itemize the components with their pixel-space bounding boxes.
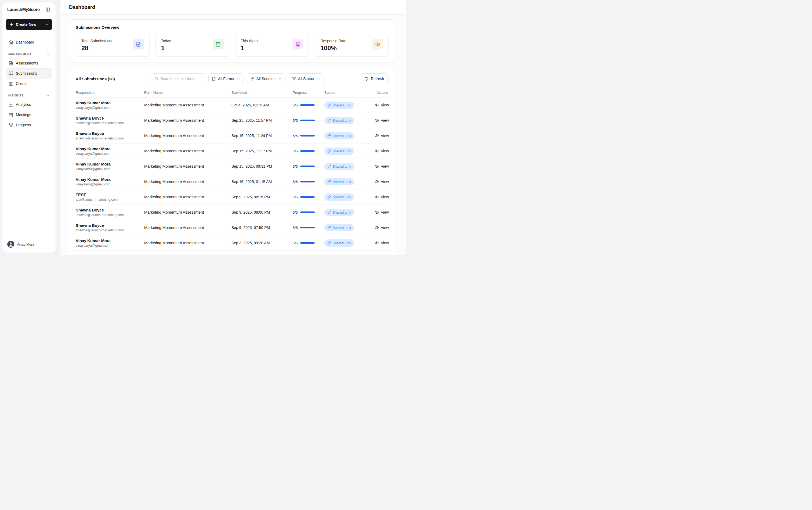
view-button[interactable]: View (374, 194, 389, 200)
table-row: Shawna Boyce shawna@launch-marketing.com… (76, 220, 389, 235)
eye-icon (374, 103, 379, 107)
all-submissions-card: All Submissions (28) All Forms All Sourc… (69, 68, 395, 255)
respondent-email: vinaysaryu@gmail.com (76, 106, 144, 110)
respondent-email: vinaysaryu@gmail.com (76, 167, 144, 171)
eye-icon (374, 179, 379, 184)
filter-icon (292, 77, 296, 81)
search-input[interactable] (160, 77, 202, 81)
link-icon (328, 165, 331, 168)
plus-icon (9, 23, 13, 27)
view-button[interactable]: View (374, 163, 389, 170)
view-button[interactable]: View (374, 102, 389, 108)
progress-label: 5/5 (293, 103, 298, 107)
main-content: Dashboard Submissions Overview Total Sub… (60, 0, 406, 255)
view-button[interactable]: View (374, 224, 389, 231)
analytics-chart-icon (8, 103, 13, 107)
sidebar-collapse-button[interactable] (45, 7, 51, 12)
respondent-email: shawna@launch-marketing.com (76, 228, 144, 232)
submissions-book-icon (8, 71, 13, 76)
create-new-button[interactable]: Create New (6, 19, 52, 30)
sidebar-item-analytics[interactable]: Analytics (6, 100, 52, 110)
source-badge: Shared Link (324, 117, 354, 124)
stat-response-rate: Response Rate 100% (315, 34, 389, 57)
progress-bar-fill (300, 135, 315, 137)
progress-bar-fill (300, 104, 315, 106)
form-name: Marketing Momentum Assessment (144, 164, 232, 168)
eye-icon (374, 134, 379, 138)
respondent-email: vinaysaryu@gmail.com (76, 244, 144, 248)
progress-bar (300, 196, 315, 198)
view-button[interactable]: View (374, 178, 389, 185)
link-icon (328, 226, 331, 229)
progress-bar (300, 227, 315, 228)
progress-label: 5/5 (293, 241, 298, 245)
sidebar-item-progress[interactable]: Progress (6, 120, 52, 130)
progress-bar-fill (300, 150, 315, 152)
progress-bar (300, 119, 315, 121)
filter-all-sources[interactable]: All Sources (247, 73, 285, 84)
sidebar-item-clients[interactable]: Clients (6, 79, 52, 89)
table-row: Vinay Kumar Mora vinaysaryu@gmail.com Ma… (76, 235, 389, 251)
eye-icon (374, 241, 379, 245)
sidebar-item-meetings[interactable]: Meetings (6, 110, 52, 120)
panel-left-icon (46, 7, 50, 12)
sidebar-item-assessments[interactable]: Assessments (6, 58, 52, 68)
eye-icon (374, 149, 379, 153)
form-name: Marketing Momentum Assessment (144, 134, 232, 138)
table-row: Vinay Kumar Mora vinaysaryu@gmail.com Ma… (76, 143, 389, 159)
progress-label: 5/5 (293, 195, 298, 199)
filter-all-forms[interactable]: All Forms (208, 73, 244, 84)
submissions-filters: All Forms All Sources All Status (151, 73, 324, 84)
view-button[interactable]: View (374, 117, 389, 123)
view-button[interactable]: View (374, 240, 389, 246)
progress-label: 5/5 (293, 134, 298, 138)
view-button[interactable]: View (374, 148, 389, 154)
submissions-table-body: Vinay Kumar Mora vinaysaryu@gmail.com Ma… (76, 97, 389, 255)
source-badge: Shared Link (324, 224, 354, 231)
stat-label: This Week (241, 39, 259, 43)
column-actions: Actions (374, 90, 389, 94)
chevron-down-icon (237, 77, 240, 81)
refresh-button[interactable]: Refresh (360, 73, 389, 84)
progress-label: 5/5 (293, 118, 298, 122)
source-badge: Shared Link (324, 178, 354, 186)
stat-today: Today 1 (155, 34, 229, 57)
stats-grid: Total Submissions 28 Today 1 (76, 34, 389, 57)
submissions-title: All Submissions (28) (76, 77, 115, 81)
view-button[interactable]: View (374, 209, 389, 216)
submitted-date: Sep 3, 2025, 09:20 AM (232, 241, 293, 245)
progress-bar-fill (300, 181, 315, 182)
column-submitted-sort[interactable]: Submitted (232, 90, 293, 94)
eye-icon (374, 210, 379, 215)
respondent-name: Shawna Boyce (76, 131, 144, 136)
respondent-email: vinaysaryu@gmail.com (76, 152, 144, 155)
source-badge: Shared Link (324, 163, 354, 170)
progress-bar (300, 181, 315, 182)
sidebar-section-management[interactable]: MANAGEMENT (6, 52, 52, 56)
user-profile[interactable]: Vinay Mora (6, 240, 52, 249)
filter-all-status[interactable]: All Status (289, 73, 324, 84)
progress-bar-fill (300, 227, 315, 228)
column-source: Source (324, 90, 374, 94)
column-form-name: Form Name (144, 90, 232, 94)
assessments-file-icon (8, 61, 13, 65)
table-row: Shawna Boyce shawna@launch-marketing.com… (76, 205, 389, 220)
source-badge: Shared Link (324, 255, 354, 255)
submitted-date: Sep 9, 2025, 07:50 PM (232, 225, 293, 230)
progress-bar-fill (300, 166, 315, 167)
table-header: Respondent Form Name Submitted Progress … (76, 88, 389, 97)
link-icon (328, 180, 331, 183)
submitted-date: Sep 15, 2025, 01:15 AM (232, 179, 293, 184)
stat-this-week: This Week 1 (235, 34, 309, 57)
sidebar-section-insights[interactable]: INSIGHTS (6, 93, 52, 97)
source-badge: Shared Link (324, 102, 354, 109)
stat-value: 28 (81, 44, 112, 52)
submitted-date: Sep 9, 2025, 08:06 PM (232, 210, 293, 215)
eye-icon (372, 39, 383, 50)
view-button[interactable]: View (374, 133, 389, 139)
progress-trophy-icon (8, 123, 13, 128)
sidebar-item-dashboard[interactable]: Dashboard (6, 37, 52, 47)
progress-label: 5/5 (293, 149, 298, 153)
link-icon (328, 134, 331, 137)
sidebar-item-submissions[interactable]: Submissions (6, 68, 52, 79)
